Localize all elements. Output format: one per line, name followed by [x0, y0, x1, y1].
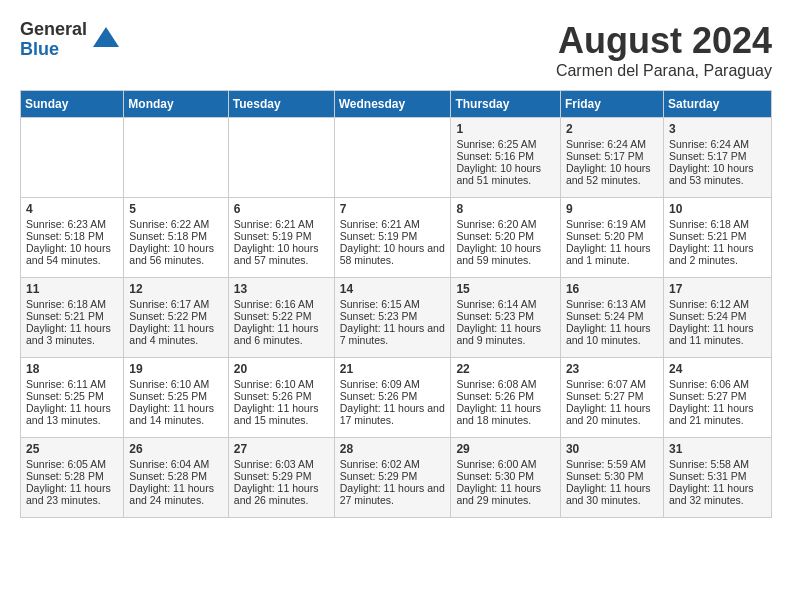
daylight-text: Daylight: 11 hours and 30 minutes. [566, 482, 658, 506]
calendar-cell: 12Sunrise: 6:17 AMSunset: 5:22 PMDayligh… [124, 278, 228, 358]
sunset-text: Sunset: 5:23 PM [340, 310, 446, 322]
day-number: 11 [26, 282, 118, 296]
sunrise-text: Sunrise: 6:18 AM [669, 218, 766, 230]
sunset-text: Sunset: 5:19 PM [340, 230, 446, 242]
calendar-cell: 9Sunrise: 6:19 AMSunset: 5:20 PMDaylight… [560, 198, 663, 278]
weekday-header: Tuesday [228, 91, 334, 118]
calendar-cell [334, 118, 451, 198]
weekday-header: Monday [124, 91, 228, 118]
calendar-cell: 15Sunrise: 6:14 AMSunset: 5:23 PMDayligh… [451, 278, 561, 358]
calendar-cell [21, 118, 124, 198]
day-number: 26 [129, 442, 222, 456]
sunrise-text: Sunrise: 6:10 AM [129, 378, 222, 390]
logo-blue: Blue [20, 40, 87, 60]
day-number: 16 [566, 282, 658, 296]
day-number: 24 [669, 362, 766, 376]
daylight-text: Daylight: 11 hours and 21 minutes. [669, 402, 766, 426]
sunset-text: Sunset: 5:19 PM [234, 230, 329, 242]
day-number: 18 [26, 362, 118, 376]
day-number: 17 [669, 282, 766, 296]
calendar-cell: 5Sunrise: 6:22 AMSunset: 5:18 PMDaylight… [124, 198, 228, 278]
sunrise-text: Sunrise: 6:24 AM [669, 138, 766, 150]
daylight-text: Daylight: 11 hours and 32 minutes. [669, 482, 766, 506]
sunrise-text: Sunrise: 6:19 AM [566, 218, 658, 230]
calendar-cell: 1Sunrise: 6:25 AMSunset: 5:16 PMDaylight… [451, 118, 561, 198]
day-number: 15 [456, 282, 555, 296]
calendar-cell: 20Sunrise: 6:10 AMSunset: 5:26 PMDayligh… [228, 358, 334, 438]
svg-marker-0 [93, 27, 119, 47]
day-number: 27 [234, 442, 329, 456]
sunrise-text: Sunrise: 5:58 AM [669, 458, 766, 470]
day-number: 22 [456, 362, 555, 376]
daylight-text: Daylight: 11 hours and 3 minutes. [26, 322, 118, 346]
calendar-week-row: 18Sunrise: 6:11 AMSunset: 5:25 PMDayligh… [21, 358, 772, 438]
logo-icon [91, 25, 121, 55]
day-number: 9 [566, 202, 658, 216]
day-number: 6 [234, 202, 329, 216]
calendar-cell: 26Sunrise: 6:04 AMSunset: 5:28 PMDayligh… [124, 438, 228, 518]
daylight-text: Daylight: 11 hours and 6 minutes. [234, 322, 329, 346]
calendar-cell: 11Sunrise: 6:18 AMSunset: 5:21 PMDayligh… [21, 278, 124, 358]
daylight-text: Daylight: 10 hours and 56 minutes. [129, 242, 222, 266]
sunrise-text: Sunrise: 6:14 AM [456, 298, 555, 310]
sunset-text: Sunset: 5:29 PM [234, 470, 329, 482]
sunset-text: Sunset: 5:21 PM [26, 310, 118, 322]
day-number: 1 [456, 122, 555, 136]
sunrise-text: Sunrise: 6:07 AM [566, 378, 658, 390]
daylight-text: Daylight: 11 hours and 15 minutes. [234, 402, 329, 426]
day-number: 4 [26, 202, 118, 216]
sunset-text: Sunset: 5:27 PM [566, 390, 658, 402]
calendar-cell: 16Sunrise: 6:13 AMSunset: 5:24 PMDayligh… [560, 278, 663, 358]
sunset-text: Sunset: 5:22 PM [129, 310, 222, 322]
calendar-cell: 18Sunrise: 6:11 AMSunset: 5:25 PMDayligh… [21, 358, 124, 438]
month-year: August 2024 [556, 20, 772, 62]
calendar-cell: 27Sunrise: 6:03 AMSunset: 5:29 PMDayligh… [228, 438, 334, 518]
sunrise-text: Sunrise: 6:04 AM [129, 458, 222, 470]
sunset-text: Sunset: 5:26 PM [456, 390, 555, 402]
sunrise-text: Sunrise: 6:10 AM [234, 378, 329, 390]
sunrise-text: Sunrise: 6:23 AM [26, 218, 118, 230]
sunrise-text: Sunrise: 6:03 AM [234, 458, 329, 470]
calendar-cell: 14Sunrise: 6:15 AMSunset: 5:23 PMDayligh… [334, 278, 451, 358]
calendar-week-row: 11Sunrise: 6:18 AMSunset: 5:21 PMDayligh… [21, 278, 772, 358]
sunrise-text: Sunrise: 6:16 AM [234, 298, 329, 310]
calendar-cell: 31Sunrise: 5:58 AMSunset: 5:31 PMDayligh… [663, 438, 771, 518]
weekday-header: Sunday [21, 91, 124, 118]
sunrise-text: Sunrise: 6:22 AM [129, 218, 222, 230]
sunset-text: Sunset: 5:17 PM [669, 150, 766, 162]
sunrise-text: Sunrise: 6:12 AM [669, 298, 766, 310]
daylight-text: Daylight: 11 hours and 18 minutes. [456, 402, 555, 426]
sunrise-text: Sunrise: 6:13 AM [566, 298, 658, 310]
daylight-text: Daylight: 10 hours and 52 minutes. [566, 162, 658, 186]
daylight-text: Daylight: 11 hours and 13 minutes. [26, 402, 118, 426]
daylight-text: Daylight: 11 hours and 10 minutes. [566, 322, 658, 346]
sunrise-text: Sunrise: 6:09 AM [340, 378, 446, 390]
day-number: 25 [26, 442, 118, 456]
calendar-table: SundayMondayTuesdayWednesdayThursdayFrid… [20, 90, 772, 518]
sunset-text: Sunset: 5:30 PM [566, 470, 658, 482]
sunset-text: Sunset: 5:26 PM [340, 390, 446, 402]
calendar-cell: 3Sunrise: 6:24 AMSunset: 5:17 PMDaylight… [663, 118, 771, 198]
calendar-cell: 6Sunrise: 6:21 AMSunset: 5:19 PMDaylight… [228, 198, 334, 278]
weekday-header: Friday [560, 91, 663, 118]
calendar-cell: 29Sunrise: 6:00 AMSunset: 5:30 PMDayligh… [451, 438, 561, 518]
sunset-text: Sunset: 5:27 PM [669, 390, 766, 402]
daylight-text: Daylight: 11 hours and 17 minutes. [340, 402, 446, 426]
title-block: August 2024 Carmen del Parana, Paraguay [556, 20, 772, 80]
day-number: 5 [129, 202, 222, 216]
daylight-text: Daylight: 11 hours and 26 minutes. [234, 482, 329, 506]
day-number: 12 [129, 282, 222, 296]
sunset-text: Sunset: 5:20 PM [566, 230, 658, 242]
sunrise-text: Sunrise: 6:05 AM [26, 458, 118, 470]
sunset-text: Sunset: 5:29 PM [340, 470, 446, 482]
sunset-text: Sunset: 5:18 PM [129, 230, 222, 242]
sunset-text: Sunset: 5:28 PM [26, 470, 118, 482]
sunset-text: Sunset: 5:24 PM [669, 310, 766, 322]
sunrise-text: Sunrise: 6:06 AM [669, 378, 766, 390]
weekday-header: Thursday [451, 91, 561, 118]
daylight-text: Daylight: 11 hours and 9 minutes. [456, 322, 555, 346]
sunrise-text: Sunrise: 6:21 AM [234, 218, 329, 230]
weekday-header: Wednesday [334, 91, 451, 118]
sunrise-text: Sunrise: 6:00 AM [456, 458, 555, 470]
sunrise-text: Sunrise: 5:59 AM [566, 458, 658, 470]
